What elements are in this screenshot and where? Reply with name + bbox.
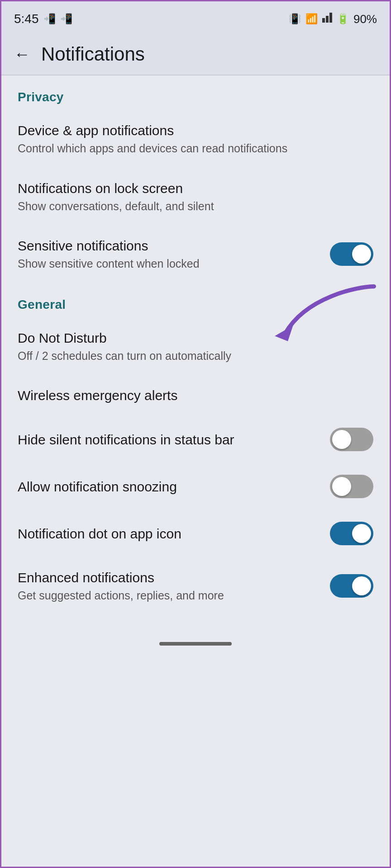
setting-title-dnd: Do Not Disturb: [18, 329, 364, 347]
battery-percentage: 90%: [353, 12, 377, 26]
toggle-hide-silent[interactable]: [330, 428, 373, 451]
setting-title-enhanced: Enhanced notifications: [18, 569, 321, 586]
setting-title-sensitive: Sensitive notifications: [18, 237, 321, 255]
setting-subtitle-device-app: Control which apps and devices can read …: [18, 141, 364, 156]
svg-marker-0: [322, 18, 325, 23]
vibrate-icon: 📳: [289, 13, 301, 25]
setting-title-wireless: Wireless emergency alerts: [18, 387, 364, 404]
setting-wireless-emergency[interactable]: Wireless emergency alerts: [1, 375, 390, 416]
setting-text-snoozing: Allow notification snoozing: [18, 478, 330, 495]
setting-text-hide-silent: Hide silent notifications in status bar: [18, 431, 330, 448]
setting-notification-dot[interactable]: Notification dot on app icon: [1, 510, 390, 557]
status-bar: 5:45 📲 📲 📳 📶 🔋 90%: [1, 1, 390, 34]
back-button[interactable]: ←: [14, 45, 30, 64]
setting-text-sensitive: Sensitive notifications Show sensitive c…: [18, 237, 330, 271]
setting-lock-screen[interactable]: Notifications on lock screen Show conver…: [1, 168, 390, 226]
page-title: Notifications: [41, 43, 145, 65]
setting-hide-silent[interactable]: Hide silent notifications in status bar: [1, 416, 390, 463]
setting-do-not-disturb[interactable]: Do Not Disturb Off / 2 schedules can tur…: [1, 317, 390, 375]
toggle-notification-dot[interactable]: [330, 522, 373, 545]
setting-device-app-notifications[interactable]: Device & app notifications Control which…: [1, 110, 390, 168]
toggle-allow-snoozing[interactable]: [330, 475, 373, 498]
toggle-sensitive-notifications[interactable]: [330, 242, 373, 266]
setting-text-dot: Notification dot on app icon: [18, 525, 330, 542]
setting-title-dot: Notification dot on app icon: [18, 525, 321, 542]
content-area: Privacy Device & app notifications Contr…: [1, 75, 390, 633]
setting-sensitive-notifications[interactable]: Sensitive notifications Show sensitive c…: [1, 225, 390, 283]
setting-text-lock-screen: Notifications on lock screen Show conver…: [18, 179, 373, 214]
notification-icon-2: 📲: [60, 13, 72, 25]
svg-marker-3: [275, 326, 293, 341]
setting-subtitle-enhanced: Get suggested actions, replies, and more: [18, 588, 321, 603]
toggle-enhanced-notifications[interactable]: [330, 574, 373, 598]
setting-text-enhanced: Enhanced notifications Get suggested act…: [18, 569, 330, 603]
setting-title-snoozing: Allow notification snoozing: [18, 478, 321, 495]
setting-subtitle-dnd: Off / 2 schedules can turn on automatica…: [18, 349, 364, 363]
home-indicator-bar: [159, 642, 232, 646]
svg-marker-2: [329, 13, 332, 23]
home-indicator-area: [1, 633, 390, 653]
privacy-section-heading: Privacy: [1, 75, 390, 110]
battery-icon: 🔋: [337, 13, 349, 25]
setting-title-lock-screen: Notifications on lock screen: [18, 179, 364, 197]
setting-text-device-app: Device & app notifications Control which…: [18, 122, 373, 156]
setting-title-hide-silent: Hide silent notifications in status bar: [18, 431, 321, 448]
setting-title-device-app: Device & app notifications: [18, 122, 364, 139]
setting-text-wireless: Wireless emergency alerts: [18, 387, 373, 404]
toolbar: ← Notifications: [1, 34, 390, 75]
setting-subtitle-sensitive: Show sensitive content when locked: [18, 256, 321, 271]
status-left: 5:45 📲 📲: [14, 12, 72, 26]
signal-icon: [322, 13, 332, 25]
status-right: 📳 📶 🔋 90%: [289, 12, 377, 26]
general-section-heading: General: [1, 283, 390, 317]
notification-icon-1: 📲: [43, 13, 56, 25]
status-time: 5:45: [14, 12, 39, 26]
setting-text-dnd: Do Not Disturb Off / 2 schedules can tur…: [18, 329, 373, 363]
setting-allow-snoozing[interactable]: Allow notification snoozing: [1, 463, 390, 510]
svg-marker-1: [326, 16, 329, 23]
wifi-icon: 📶: [305, 13, 318, 25]
setting-subtitle-lock-screen: Show conversations, default, and silent: [18, 199, 364, 214]
setting-enhanced-notifications[interactable]: Enhanced notifications Get suggested act…: [1, 557, 390, 615]
